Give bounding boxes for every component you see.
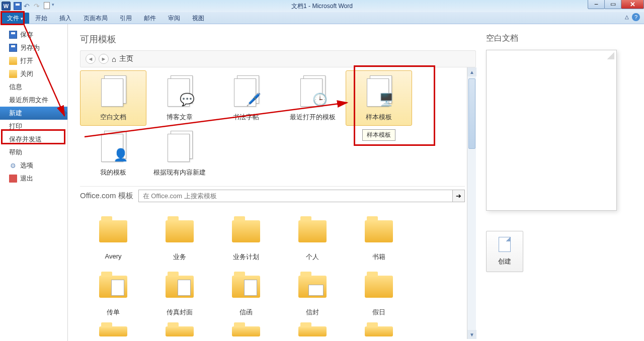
preview-title: 空白文档 [486, 33, 632, 44]
new-doc-icon[interactable] [44, 2, 50, 9]
template-calligraphy[interactable]: 🖊️ 书法字帖 [213, 70, 279, 126]
category-business-plan[interactable]: 业务计划 [213, 210, 279, 266]
create-button[interactable]: 创建 [486, 231, 523, 272]
category-label: 传真封面 [148, 308, 211, 317]
tab-home[interactable]: 开始 [29, 13, 53, 24]
tab-view[interactable]: 视图 [186, 13, 210, 24]
open-icon [9, 57, 17, 65]
template-sample-templates[interactable]: 🖥️ 样本模板 样本模板 [346, 70, 412, 126]
sidebar-item-recent[interactable]: 最近所用文件 [0, 94, 67, 107]
category-envelopes[interactable]: 信封 [279, 266, 346, 321]
qat-dropdown-icon[interactable]: ▾ [52, 2, 60, 10]
sidebar-item-options[interactable]: ⚙选项 [0, 159, 67, 172]
backstage-sidebar: 保存 另存为 打开 关闭 信息 最近所用文件 新建 打印 保存并发送 帮助 ⚙选… [0, 24, 68, 341]
home-icon[interactable]: ⌂ [112, 55, 116, 63]
category-partial-5[interactable] [346, 321, 412, 341]
ribbon-tabs: 文件 开始 插入 页面布局 引用 邮件 审阅 视图 △ ? [0, 12, 644, 24]
nav-back-button[interactable]: ◄ [86, 54, 96, 64]
save-icon [9, 31, 17, 39]
category-label: 信封 [281, 308, 344, 317]
sidebar-item-close[interactable]: 关闭 [0, 67, 67, 80]
template-blank-document[interactable]: 空白文档 [80, 70, 146, 126]
scroll-down-button[interactable]: ▼ [467, 330, 476, 339]
template-from-existing[interactable]: 根据现有内容新建 [146, 126, 213, 181]
category-partial-4[interactable] [279, 321, 346, 341]
tab-mail[interactable]: 邮件 [138, 13, 162, 24]
quick-access-toolbar[interactable]: ↶ ↷ ▾ [14, 2, 60, 10]
category-personal[interactable]: 个人 [279, 210, 346, 266]
category-books[interactable]: 书籍 [346, 210, 412, 266]
nav-home-label[interactable]: 主页 [119, 54, 133, 63]
category-letters[interactable]: 信函 [213, 266, 279, 321]
nav-forward-button[interactable]: ► [99, 54, 109, 64]
options-icon: ⚙ [9, 161, 17, 169]
template-label: 样本模板 [348, 113, 410, 122]
sidebar-label: 信息 [9, 82, 22, 92]
sidebar-item-new[interactable]: 新建 [0, 107, 67, 120]
sidebar-item-exit[interactable]: 退出 [0, 172, 67, 185]
help-button[interactable]: ? [632, 13, 640, 21]
category-label: Avery [82, 252, 144, 260]
category-partial-3[interactable] [213, 321, 279, 341]
tab-layout[interactable]: 页面布局 [77, 13, 114, 24]
scroll-thumb[interactable] [468, 78, 475, 149]
available-templates-heading: 可用模板 [80, 33, 476, 45]
category-label: 书籍 [348, 252, 410, 262]
tab-insert[interactable]: 插入 [53, 13, 77, 24]
category-label: 信函 [215, 308, 277, 317]
sidebar-label: 打印 [9, 122, 22, 131]
sidebar-item-save[interactable]: 保存 [0, 28, 67, 41]
template-nav-bar: ◄ ► ⌂ 主页 [80, 50, 476, 67]
template-blog-post[interactable]: 💬 博客文章 [146, 70, 213, 126]
template-my-templates[interactable]: 👤 我的模板 [80, 126, 146, 181]
template-recent[interactable]: 🕒 最近打开的模板 [279, 70, 346, 126]
sidebar-label: 打开 [20, 56, 33, 65]
window-title: 文档1 - Microsoft Word [291, 2, 353, 11]
category-fax[interactable]: 传真封面 [146, 266, 213, 321]
preview-pane: 空白文档 创建 [486, 33, 632, 341]
category-label: 传单 [82, 308, 144, 317]
scroll-up-button[interactable]: ▲ [467, 67, 476, 76]
exit-icon [9, 175, 17, 183]
saveas-icon [9, 44, 17, 52]
sidebar-label: 保存并发送 [9, 135, 42, 144]
sidebar-label: 选项 [20, 161, 33, 170]
officecom-heading: Office.com 模板 [80, 191, 133, 201]
template-label: 书法字帖 [215, 113, 277, 122]
sidebar-label: 最近所用文件 [9, 96, 48, 105]
sidebar-label: 帮助 [9, 148, 22, 157]
save-icon[interactable] [14, 2, 22, 10]
close-icon [9, 70, 17, 78]
template-label: 最近打开的模板 [281, 113, 344, 122]
category-label: 业务 [148, 252, 211, 262]
template-label: 空白文档 [82, 113, 144, 122]
officecom-search-input[interactable] [138, 190, 453, 202]
category-partial-2[interactable] [146, 321, 213, 341]
sidebar-item-open[interactable]: 打开 [0, 54, 67, 67]
category-partial-1[interactable] [80, 321, 146, 341]
category-label: 业务计划 [215, 252, 277, 262]
sidebar-item-help[interactable]: 帮助 [0, 146, 67, 159]
sidebar-item-savesend[interactable]: 保存并发送 [0, 133, 67, 146]
redo-icon[interactable]: ↷ [34, 2, 42, 10]
category-flyers[interactable]: 传单 [80, 266, 146, 321]
sidebar-item-saveas[interactable]: 另存为 [0, 41, 67, 54]
close-button[interactable]: ✕ [621, 0, 644, 9]
sidebar-item-info[interactable]: 信息 [0, 80, 67, 94]
category-holidays[interactable]: 假日 [346, 266, 412, 321]
undo-icon[interactable]: ↶ [24, 2, 32, 10]
maximize-button[interactable]: ▭ [604, 0, 621, 9]
preview-thumbnail [486, 50, 617, 211]
officecom-search-button[interactable]: ➔ [453, 190, 465, 202]
tab-references[interactable]: 引用 [114, 13, 138, 24]
category-avery[interactable]: Avery [80, 210, 146, 266]
templates-scrollbar[interactable]: ▲ ▼ [467, 67, 476, 339]
tab-review[interactable]: 审阅 [162, 13, 186, 24]
template-label: 根据现有内容新建 [148, 168, 211, 177]
category-business[interactable]: 业务 [146, 210, 213, 266]
sidebar-item-print[interactable]: 打印 [0, 120, 67, 133]
tab-file[interactable]: 文件 [1, 13, 29, 24]
template-label: 博客文章 [148, 113, 211, 122]
minimize-button[interactable]: – [588, 0, 605, 9]
ribbon-collapse-icon[interactable]: △ [625, 14, 629, 20]
